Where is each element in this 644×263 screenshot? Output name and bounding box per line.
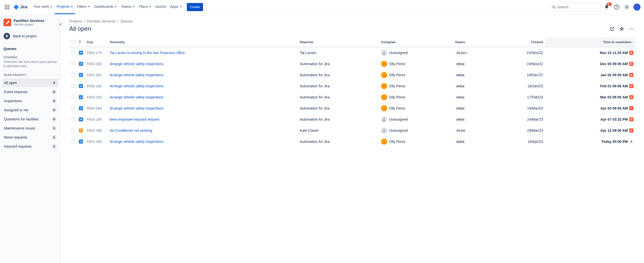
back-to-project-link[interactable]: Back to project — [0, 30, 60, 42]
issue-summary-link[interactable]: Arrange vehicle safety inspections — [110, 62, 163, 66]
col-assignee[interactable]: Assignee — [379, 37, 453, 47]
table-row[interactable]: FASI-179Taj Larsen is moving to the San … — [69, 47, 635, 58]
nav-your-work[interactable]: Your work — [31, 0, 55, 14]
table-row[interactable]: FASI-190Arrange vehicle safety inspectio… — [69, 136, 635, 147]
status-lozenge[interactable]: TO DO — [455, 129, 467, 133]
table-row[interactable]: FASI-185New employee keycard requestAuto… — [69, 114, 635, 125]
breadcrumb-queues[interactable]: Queues — [120, 19, 133, 23]
row-checkbox[interactable] — [71, 95, 75, 99]
status-lozenge[interactable]: OPEN — [455, 84, 465, 88]
nav-teams[interactable]: Teams — [119, 0, 137, 14]
help-button[interactable]: ? — [613, 3, 621, 11]
nav-dashboards[interactable]: Dashboards — [92, 0, 119, 14]
profile-avatar[interactable] — [633, 3, 641, 11]
create-button[interactable]: Create — [187, 3, 203, 11]
col-status[interactable]: Status — [453, 37, 497, 47]
select-all-checkbox[interactable] — [71, 40, 75, 43]
status-lozenge[interactable]: OPEN — [455, 62, 465, 66]
queue-event-requests[interactable]: Event requests0 — [2, 88, 58, 96]
issue-key[interactable]: FASI-179 — [85, 47, 108, 58]
status-lozenge[interactable]: OPEN — [455, 107, 465, 111]
assignee-cell[interactable]: Unassigned — [381, 127, 451, 134]
issue-key[interactable]: FASI-180 — [85, 58, 108, 69]
issue-summary-link[interactable]: Arrange vehicle safety inspections — [110, 73, 163, 77]
assignee-cell[interactable]: Olly Perez — [381, 94, 451, 100]
row-checkbox[interactable] — [71, 140, 75, 143]
assignee-cell[interactable]: Unassigned — [381, 50, 451, 56]
issue-summary-link[interactable]: Taj Larsen is moving to the San Francisc… — [110, 51, 185, 55]
table-row[interactable]: FASI-184Arrange vehicle safety inspectio… — [69, 103, 635, 114]
issue-key[interactable]: FASI-183 — [85, 92, 108, 103]
table-row[interactable]: FASI-180Arrange vehicle safety inspectio… — [69, 58, 635, 69]
notifications-button[interactable]: 9+ — [603, 3, 611, 11]
table-row[interactable]: FASI-183Arrange vehicle safety inspectio… — [69, 92, 635, 103]
issue-summary-link[interactable]: Arrange vehicle safety inspections — [110, 140, 163, 144]
settings-button[interactable] — [623, 3, 631, 11]
queue-questions-for-facilities[interactable]: Questions for facilities0 — [2, 115, 58, 123]
row-checkbox[interactable] — [71, 62, 75, 65]
col-created[interactable]: Created — [497, 37, 545, 47]
col-key[interactable]: Key — [85, 37, 108, 47]
queues-heading[interactable]: Queues — [0, 44, 60, 53]
row-checkbox[interactable] — [71, 117, 75, 121]
row-checkbox[interactable] — [71, 84, 75, 88]
row-checkbox[interactable] — [71, 51, 75, 54]
nav-projects[interactable]: Projects — [55, 0, 75, 14]
queue-keycard-requests[interactable]: Keycard requests1 — [2, 142, 58, 151]
help-icon: ? — [614, 5, 619, 10]
issue-key[interactable]: FASI-185 — [85, 114, 108, 125]
app-switcher[interactable] — [3, 3, 11, 11]
issue-summary-link[interactable]: Air Conditioner not working — [110, 128, 152, 133]
more-actions-button[interactable] — [627, 25, 635, 33]
col-select[interactable] — [69, 37, 77, 47]
search-input[interactable] — [557, 5, 598, 9]
issue-key[interactable]: FASI-182 — [85, 81, 108, 92]
issue-summary-link[interactable]: Arrange vehicle safety inspections — [110, 84, 163, 88]
issue-summary-link[interactable]: Arrange vehicle safety inspections — [110, 95, 163, 99]
queue-maintenance-issues[interactable]: Maintenance issues1 — [2, 124, 58, 133]
row-checkbox[interactable] — [71, 106, 75, 110]
assignee-cell[interactable]: Olly Perez — [381, 105, 451, 111]
status-lozenge[interactable]: OPEN — [455, 73, 465, 77]
breadcrumb-facilities-services[interactable]: Facilities Services — [87, 19, 115, 23]
jira-logo[interactable]: Jira — [12, 4, 28, 10]
queue-all-open[interactable]: All open9 — [2, 78, 58, 87]
col-summary[interactable]: Summary — [108, 37, 298, 47]
col-time-to-resolution[interactable]: Time to resolution↑ — [545, 37, 635, 47]
collapse-sidebar-button[interactable] — [57, 21, 63, 27]
breadcrumb-projects[interactable]: Projects — [69, 19, 82, 23]
star-button[interactable] — [618, 25, 626, 33]
assignee-cell[interactable]: Unassigned — [381, 116, 451, 122]
queue-label: Keycard requests — [4, 144, 32, 148]
status-lozenge[interactable]: OPEN — [455, 118, 465, 122]
nav-assets[interactable]: Assets — [153, 0, 168, 14]
row-checkbox[interactable] — [71, 128, 75, 132]
search-box[interactable] — [550, 3, 601, 11]
table-row[interactable]: FASI-186Air Conditioner not workingKate … — [69, 125, 635, 136]
status-lozenge[interactable]: OPEN — [455, 95, 465, 99]
issue-key[interactable]: FASI-184 — [85, 103, 108, 114]
queue-move-requests[interactable]: Move requests1 — [2, 133, 58, 142]
nav-plans[interactable]: Plans — [137, 0, 153, 14]
assignee-cell[interactable]: Olly Perez — [381, 61, 451, 67]
assignee-cell[interactable]: Olly Perez — [381, 83, 451, 89]
issue-key[interactable]: FASI-186 — [85, 125, 108, 136]
queue-inspections[interactable]: Inspections0 — [2, 97, 58, 105]
table-row[interactable]: FASI-182Arrange vehicle safety inspectio… — [69, 81, 635, 92]
table-row[interactable]: FASI-181Arrange vehicle safety inspectio… — [69, 69, 635, 81]
nav-filters[interactable]: Filters — [75, 0, 92, 14]
issue-summary-link[interactable]: New employee keycard request — [110, 117, 159, 121]
assignee-cell[interactable]: Olly Perez — [381, 139, 451, 145]
row-checkbox[interactable] — [71, 73, 75, 76]
col-reporter[interactable]: Reporter — [298, 37, 379, 47]
status-lozenge[interactable]: TO DO — [455, 51, 469, 55]
col-t[interactable]: T — [77, 37, 85, 47]
status-lozenge[interactable]: OPEN — [455, 140, 465, 144]
issue-key[interactable]: FASI-181 — [85, 69, 108, 81]
issue-summary-link[interactable]: Arrange vehicle safety inspections — [110, 106, 163, 110]
issue-key[interactable]: FASI-190 — [85, 136, 108, 147]
queue-assigned-to-me[interactable]: Assigned to me0 — [2, 106, 58, 114]
open-external-button[interactable] — [608, 25, 616, 33]
nav-apps[interactable]: Apps — [168, 0, 184, 14]
assignee-cell[interactable]: Olly Perez — [381, 72, 451, 78]
